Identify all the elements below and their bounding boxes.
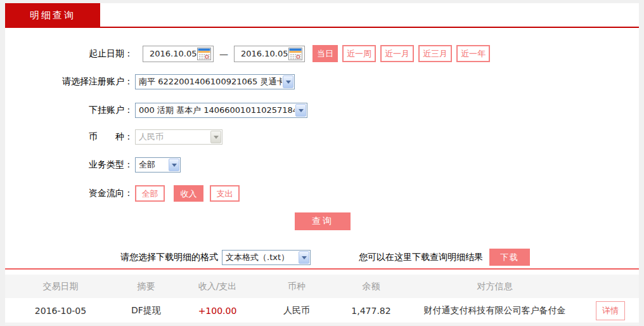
- chevron-down-icon: [295, 104, 306, 117]
- calendar-icon[interactable]: [288, 48, 302, 60]
- query-button[interactable]: 查询: [295, 212, 351, 230]
- chevron-down-icon: [283, 75, 293, 88]
- sub-account-label: 下挂账户：: [5, 105, 133, 116]
- date-range-row: 起止日期： 2016.10.05 — 2016.10.05: [5, 45, 490, 62]
- register-account-select[interactable]: 南平 6222001406100921065 灵通卡: [135, 74, 295, 89]
- tab-detail-query[interactable]: 明细查询: [5, 3, 100, 28]
- quick-range-month-button[interactable]: 近一月: [380, 45, 414, 62]
- fund-flow-row: 资金流向： 全部 收入 支出: [5, 185, 240, 202]
- business-type-value: 全部: [136, 159, 168, 171]
- business-type-select[interactable]: 全部: [135, 157, 181, 173]
- header-currency: 币种: [259, 281, 335, 292]
- header-summary: 摘要: [116, 281, 176, 292]
- register-account-label: 请选择注册账户：: [5, 76, 133, 88]
- end-date-input[interactable]: 2016.10.05: [234, 46, 305, 62]
- quick-range-week-button[interactable]: 近一周: [342, 45, 376, 62]
- business-type-row: 业务类型： 全部: [5, 157, 181, 173]
- calendar-icon[interactable]: [197, 48, 211, 60]
- end-date-value: 2016.10.05: [241, 49, 288, 58]
- fund-flow-label: 资金流向：: [5, 188, 133, 199]
- quick-range-today-button[interactable]: 当日: [312, 45, 338, 62]
- cell-action: 详情: [582, 301, 639, 320]
- tab-bar: 明细查询: [5, 3, 639, 28]
- cell-counterparty: 财付通支付科技有限公司客户备付金: [408, 305, 582, 316]
- fund-flow-all-button[interactable]: 全部: [135, 185, 165, 202]
- content-panel: 明细查询 起止日期： 2016.10.05 —: [5, 3, 639, 324]
- header-income-expense: 收入/支出: [176, 281, 259, 292]
- chevron-down-icon: [299, 251, 309, 264]
- cell-balance: 1,477.82: [335, 306, 408, 316]
- sub-account-select[interactable]: 000 活期 基本户 1406600101102571848: [135, 103, 307, 118]
- table-header-row: 交易日期 摘要 收入/支出 币种 余额 对方信息: [5, 275, 639, 298]
- currency-row: 币 种： 人民币: [5, 129, 222, 145]
- fund-flow-income-button[interactable]: 收入: [174, 185, 203, 202]
- cell-summary: DF提现: [116, 305, 176, 316]
- download-format-value: 文本格式（.txt）: [222, 252, 298, 263]
- cell-currency: 人民币: [259, 305, 335, 316]
- download-format-select[interactable]: 文本格式（.txt）: [222, 250, 311, 265]
- download-format-label: 请您选择下载明细的格式: [120, 252, 218, 263]
- sub-account-value: 000 活期 基本户 1406600101102571848: [136, 105, 295, 116]
- table-row: 2016-10-05 DF提现 +100.00 人民币 1,477.82 财付通…: [5, 298, 639, 323]
- header-trade-date: 交易日期: [5, 281, 116, 292]
- currency-select: 人民币: [135, 129, 222, 145]
- quick-range-quarter-button[interactable]: 近三月: [418, 45, 452, 62]
- register-account-row: 请选择注册账户： 南平 6222001406100921065 灵通卡: [5, 74, 295, 89]
- cell-trade-date: 2016-10-05: [5, 306, 116, 316]
- cell-amount: +100.00: [176, 306, 259, 316]
- start-date-value: 2016.10.05: [150, 49, 196, 58]
- download-hint: 您可以在这里下载查询明细结果: [359, 252, 483, 263]
- sub-account-row: 下挂账户： 000 活期 基本户 1406600101102571848: [5, 103, 307, 118]
- quick-range-year-button[interactable]: 近一年: [456, 45, 490, 62]
- register-account-value: 南平 6222001406100921065 灵通卡: [136, 76, 282, 88]
- date-range-separator: —: [219, 49, 228, 59]
- download-button[interactable]: 下载: [489, 249, 530, 266]
- download-row: 请您选择下载明细的格式 文本格式（.txt） 您可以在这里下载查询明细结果 下载: [5, 249, 530, 266]
- fund-flow-expense-button[interactable]: 支出: [210, 185, 240, 202]
- detail-button[interactable]: 详情: [596, 301, 625, 320]
- chevron-down-icon: [169, 159, 179, 171]
- currency-value: 人民币: [136, 131, 210, 143]
- date-range-label: 起止日期：: [5, 48, 133, 60]
- start-date-input[interactable]: 2016.10.05: [143, 46, 214, 62]
- table-top-divider: [5, 268, 639, 270]
- currency-label: 币 种：: [5, 131, 133, 143]
- detail-query-page: 明细查询 起止日期： 2016.10.05 —: [0, 0, 644, 326]
- business-type-label: 业务类型：: [5, 159, 133, 171]
- chevron-down-icon: [210, 131, 221, 143]
- header-counterparty: 对方信息: [408, 281, 582, 292]
- header-balance: 余额: [335, 281, 408, 292]
